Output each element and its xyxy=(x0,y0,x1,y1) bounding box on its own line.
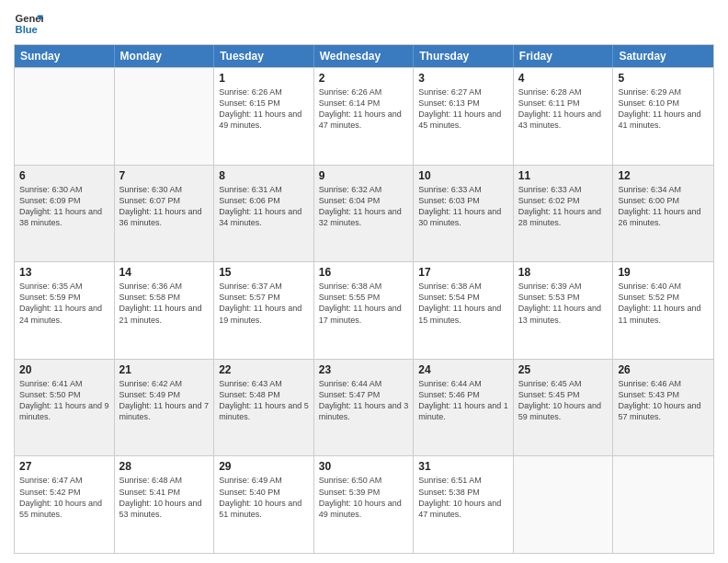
cell-info: Sunrise: 6:43 AM Sunset: 5:48 PM Dayligh… xyxy=(219,378,309,423)
table-row: 1Sunrise: 6:26 AM Sunset: 6:15 PM Daylig… xyxy=(214,68,314,165)
day-number: 20 xyxy=(19,363,109,376)
calendar-row: 13Sunrise: 6:35 AM Sunset: 5:59 PM Dayli… xyxy=(15,261,713,359)
table-row xyxy=(613,456,713,553)
day-number: 8 xyxy=(219,169,309,182)
calendar-row: 27Sunrise: 6:47 AM Sunset: 5:42 PM Dayli… xyxy=(15,455,713,553)
cell-info: Sunrise: 6:29 AM Sunset: 6:10 PM Dayligh… xyxy=(618,86,709,132)
cell-info: Sunrise: 6:34 AM Sunset: 6:00 PM Dayligh… xyxy=(618,184,709,229)
day-number: 29 xyxy=(219,460,309,473)
day-number: 6 xyxy=(19,169,109,182)
table-row: 29Sunrise: 6:49 AM Sunset: 5:40 PM Dayli… xyxy=(214,456,314,553)
cell-info: Sunrise: 6:36 AM Sunset: 5:58 PM Dayligh… xyxy=(119,281,210,326)
calendar-body: 1Sunrise: 6:26 AM Sunset: 6:15 PM Daylig… xyxy=(15,67,713,553)
table-row: 6Sunrise: 6:30 AM Sunset: 6:09 PM Daylig… xyxy=(15,166,115,262)
day-number: 12 xyxy=(618,169,709,182)
table-row: 12Sunrise: 6:34 AM Sunset: 6:00 PM Dayli… xyxy=(613,166,713,262)
table-row: 16Sunrise: 6:38 AM Sunset: 5:55 PM Dayli… xyxy=(314,262,415,359)
cell-info: Sunrise: 6:33 AM Sunset: 6:02 PM Dayligh… xyxy=(518,184,609,229)
cell-info: Sunrise: 6:30 AM Sunset: 6:07 PM Dayligh… xyxy=(119,184,210,229)
svg-text:Blue: Blue xyxy=(16,24,38,35)
logo-icon: General Blue xyxy=(14,9,43,39)
header: General Blue xyxy=(14,9,714,39)
calendar-row: 20Sunrise: 6:41 AM Sunset: 5:50 PM Dayli… xyxy=(15,359,713,456)
day-number: 16 xyxy=(319,266,409,279)
header-day-friday: Friday xyxy=(514,45,614,67)
day-number: 4 xyxy=(518,72,609,85)
day-number: 18 xyxy=(518,266,609,279)
table-row: 8Sunrise: 6:31 AM Sunset: 6:06 PM Daylig… xyxy=(214,166,314,262)
table-row: 5Sunrise: 6:29 AM Sunset: 6:10 PM Daylig… xyxy=(613,68,713,165)
day-number: 22 xyxy=(219,363,309,376)
table-row: 17Sunrise: 6:38 AM Sunset: 5:54 PM Dayli… xyxy=(414,262,514,359)
day-number: 23 xyxy=(319,363,409,376)
table-row xyxy=(115,68,215,165)
table-row: 31Sunrise: 6:51 AM Sunset: 5:38 PM Dayli… xyxy=(414,456,514,553)
header-day-sunday: Sunday xyxy=(15,45,115,67)
table-row: 9Sunrise: 6:32 AM Sunset: 6:04 PM Daylig… xyxy=(314,166,415,262)
day-number: 24 xyxy=(418,363,508,376)
table-row: 7Sunrise: 6:30 AM Sunset: 6:07 PM Daylig… xyxy=(115,166,215,262)
page: General Blue SundayMondayTuesdayWednesda… xyxy=(0,0,728,563)
table-row: 24Sunrise: 6:44 AM Sunset: 5:46 PM Dayli… xyxy=(414,360,514,456)
cell-info: Sunrise: 6:26 AM Sunset: 6:15 PM Dayligh… xyxy=(219,86,309,132)
table-row: 3Sunrise: 6:27 AM Sunset: 6:13 PM Daylig… xyxy=(414,68,514,165)
table-row: 14Sunrise: 6:36 AM Sunset: 5:58 PM Dayli… xyxy=(115,262,215,359)
table-row xyxy=(15,68,115,165)
cell-info: Sunrise: 6:46 AM Sunset: 5:43 PM Dayligh… xyxy=(618,378,709,423)
day-number: 11 xyxy=(518,169,609,182)
day-number: 2 xyxy=(319,72,409,85)
table-row: 2Sunrise: 6:26 AM Sunset: 6:14 PM Daylig… xyxy=(314,68,415,165)
svg-text:General: General xyxy=(16,13,43,24)
day-number: 26 xyxy=(618,363,709,376)
cell-info: Sunrise: 6:47 AM Sunset: 5:42 PM Dayligh… xyxy=(19,475,109,520)
table-row: 11Sunrise: 6:33 AM Sunset: 6:02 PM Dayli… xyxy=(514,166,614,262)
table-row: 27Sunrise: 6:47 AM Sunset: 5:42 PM Dayli… xyxy=(15,456,115,553)
calendar-header: SundayMondayTuesdayWednesdayThursdayFrid… xyxy=(15,45,713,67)
header-day-wednesday: Wednesday xyxy=(314,45,415,67)
header-day-tuesday: Tuesday xyxy=(214,45,314,67)
day-number: 14 xyxy=(119,266,210,279)
cell-info: Sunrise: 6:42 AM Sunset: 5:49 PM Dayligh… xyxy=(119,378,210,423)
day-number: 27 xyxy=(19,460,109,473)
table-row: 22Sunrise: 6:43 AM Sunset: 5:48 PM Dayli… xyxy=(214,360,314,456)
cell-info: Sunrise: 6:26 AM Sunset: 6:14 PM Dayligh… xyxy=(319,86,409,132)
day-number: 10 xyxy=(418,169,508,182)
cell-info: Sunrise: 6:44 AM Sunset: 5:47 PM Dayligh… xyxy=(319,378,409,423)
cell-info: Sunrise: 6:50 AM Sunset: 5:39 PM Dayligh… xyxy=(319,475,409,520)
day-number: 21 xyxy=(119,363,210,376)
cell-info: Sunrise: 6:49 AM Sunset: 5:40 PM Dayligh… xyxy=(219,475,309,520)
day-number: 3 xyxy=(418,72,508,85)
table-row: 21Sunrise: 6:42 AM Sunset: 5:49 PM Dayli… xyxy=(115,360,215,456)
cell-info: Sunrise: 6:30 AM Sunset: 6:09 PM Dayligh… xyxy=(19,184,109,229)
day-number: 7 xyxy=(119,169,210,182)
table-row xyxy=(514,456,614,553)
cell-info: Sunrise: 6:31 AM Sunset: 6:06 PM Dayligh… xyxy=(219,184,309,229)
calendar-row: 1Sunrise: 6:26 AM Sunset: 6:15 PM Daylig… xyxy=(15,67,713,165)
table-row: 28Sunrise: 6:48 AM Sunset: 5:41 PM Dayli… xyxy=(115,456,215,553)
day-number: 17 xyxy=(418,266,508,279)
day-number: 19 xyxy=(618,266,709,279)
cell-info: Sunrise: 6:38 AM Sunset: 5:54 PM Dayligh… xyxy=(418,281,508,326)
day-number: 25 xyxy=(518,363,609,376)
cell-info: Sunrise: 6:37 AM Sunset: 5:57 PM Dayligh… xyxy=(219,281,309,326)
header-day-saturday: Saturday xyxy=(613,45,713,67)
cell-info: Sunrise: 6:35 AM Sunset: 5:59 PM Dayligh… xyxy=(19,281,109,326)
cell-info: Sunrise: 6:32 AM Sunset: 6:04 PM Dayligh… xyxy=(319,184,409,229)
table-row: 26Sunrise: 6:46 AM Sunset: 5:43 PM Dayli… xyxy=(613,360,713,456)
table-row: 23Sunrise: 6:44 AM Sunset: 5:47 PM Dayli… xyxy=(314,360,415,456)
table-row: 4Sunrise: 6:28 AM Sunset: 6:11 PM Daylig… xyxy=(514,68,614,165)
calendar-row: 6Sunrise: 6:30 AM Sunset: 6:09 PM Daylig… xyxy=(15,165,713,262)
cell-info: Sunrise: 6:27 AM Sunset: 6:13 PM Dayligh… xyxy=(418,86,508,132)
table-row: 20Sunrise: 6:41 AM Sunset: 5:50 PM Dayli… xyxy=(15,360,115,456)
day-number: 13 xyxy=(19,266,109,279)
cell-info: Sunrise: 6:38 AM Sunset: 5:55 PM Dayligh… xyxy=(319,281,409,326)
header-day-thursday: Thursday xyxy=(414,45,514,67)
table-row: 10Sunrise: 6:33 AM Sunset: 6:03 PM Dayli… xyxy=(414,166,514,262)
day-number: 1 xyxy=(219,72,309,85)
table-row: 13Sunrise: 6:35 AM Sunset: 5:59 PM Dayli… xyxy=(15,262,115,359)
cell-info: Sunrise: 6:51 AM Sunset: 5:38 PM Dayligh… xyxy=(418,475,508,520)
table-row: 25Sunrise: 6:45 AM Sunset: 5:45 PM Dayli… xyxy=(514,360,614,456)
table-row: 18Sunrise: 6:39 AM Sunset: 5:53 PM Dayli… xyxy=(514,262,614,359)
table-row: 19Sunrise: 6:40 AM Sunset: 5:52 PM Dayli… xyxy=(613,262,713,359)
cell-info: Sunrise: 6:40 AM Sunset: 5:52 PM Dayligh… xyxy=(618,281,709,326)
